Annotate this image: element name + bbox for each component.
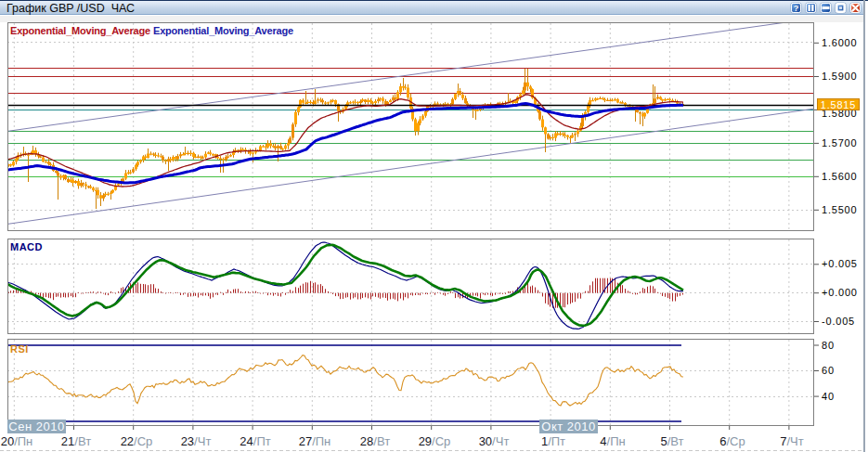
svg-text:?: ?	[794, 4, 799, 12]
